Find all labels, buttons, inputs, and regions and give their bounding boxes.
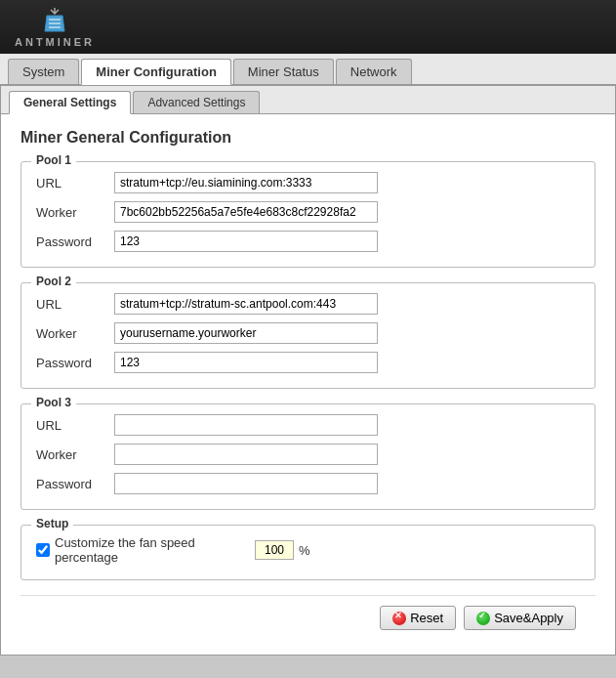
pool-1-url-input[interactable] bbox=[114, 172, 378, 193]
pool-2-worker-label: Worker bbox=[36, 326, 114, 341]
fan-speed-label: Customize the fan speed percentage bbox=[55, 535, 250, 565]
footer-bar: Reset Save&Apply bbox=[21, 595, 595, 640]
reset-icon bbox=[392, 612, 406, 625]
tab-system[interactable]: System bbox=[8, 59, 79, 84]
pool-2-url-row: URL bbox=[36, 293, 580, 315]
tab-general-settings[interactable]: General Settings bbox=[9, 91, 131, 114]
pool-1-url-row: URL bbox=[36, 172, 580, 193]
setup-legend: Setup bbox=[31, 517, 73, 530]
pool-3-url-input[interactable] bbox=[114, 414, 378, 436]
pool-3-password-row: Password bbox=[36, 473, 580, 494]
logo: ANTMINER bbox=[15, 6, 95, 48]
pool-1-password-row: Password bbox=[36, 231, 580, 252]
header: ANTMINER bbox=[0, 0, 616, 54]
setup-section: Setup Customize the fan speed percentage… bbox=[21, 525, 595, 580]
pool-3-password-input[interactable] bbox=[114, 473, 378, 494]
tab-miner-configuration[interactable]: Miner Configuration bbox=[81, 59, 231, 85]
tab-advanced-settings[interactable]: Advanced Settings bbox=[133, 91, 260, 113]
pool-1-url-label: URL bbox=[36, 176, 114, 191]
pool-3-worker-label: Worker bbox=[36, 447, 114, 462]
main-nav: System Miner Configuration Miner Status … bbox=[0, 54, 616, 85]
pool-2-password-label: Password bbox=[36, 356, 114, 370]
pool-2-url-input[interactable] bbox=[114, 293, 378, 315]
tab-miner-status[interactable]: Miner Status bbox=[233, 59, 334, 84]
pool-2-url-label: URL bbox=[36, 297, 114, 312]
pool-1-worker-label: Worker bbox=[36, 205, 114, 220]
pool-3-section: Pool 3 URL Worker Password bbox=[21, 403, 595, 510]
tab-network[interactable]: Network bbox=[336, 59, 412, 84]
fan-speed-input[interactable] bbox=[255, 540, 294, 560]
page-content: Miner General Configuration Pool 1 URL W… bbox=[1, 114, 615, 655]
pool-3-worker-input[interactable] bbox=[114, 444, 378, 465]
pool-2-worker-row: Worker bbox=[36, 322, 580, 344]
pool-1-worker-input[interactable] bbox=[114, 201, 378, 223]
reset-button[interactable]: Reset bbox=[380, 606, 456, 630]
pool-1-section: Pool 1 URL Worker Password bbox=[21, 161, 595, 268]
page-title: Miner General Configuration bbox=[21, 129, 595, 147]
save-apply-icon bbox=[476, 612, 490, 625]
percent-label: % bbox=[299, 543, 310, 558]
pool-1-worker-row: Worker bbox=[36, 201, 580, 223]
pool-2-worker-input[interactable] bbox=[114, 322, 378, 344]
fan-speed-row: Customize the fan speed percentage % bbox=[36, 535, 580, 565]
reset-label: Reset bbox=[410, 611, 443, 625]
pool-2-legend: Pool 2 bbox=[31, 275, 76, 288]
pool-1-legend: Pool 1 bbox=[31, 153, 76, 167]
pool-2-password-row: Password bbox=[36, 352, 580, 373]
pool-1-password-input[interactable] bbox=[114, 231, 378, 252]
fan-speed-checkbox[interactable] bbox=[36, 543, 50, 557]
logo-icon bbox=[39, 6, 70, 36]
pool-3-worker-row: Worker bbox=[36, 444, 580, 465]
pool-3-password-label: Password bbox=[36, 477, 114, 491]
pool-3-url-label: URL bbox=[36, 418, 114, 433]
pool-3-legend: Pool 3 bbox=[31, 396, 76, 409]
sub-nav: General Settings Advanced Settings bbox=[1, 86, 615, 114]
pool-3-url-row: URL bbox=[36, 414, 580, 436]
pool-2-section: Pool 2 URL Worker Password bbox=[21, 282, 595, 389]
pool-1-password-label: Password bbox=[36, 234, 114, 249]
save-apply-label: Save&Apply bbox=[494, 611, 563, 625]
logo-text: ANTMINER bbox=[15, 36, 95, 48]
save-apply-button[interactable]: Save&Apply bbox=[464, 606, 576, 630]
content-area: General Settings Advanced Settings Miner… bbox=[0, 85, 616, 656]
pool-2-password-input[interactable] bbox=[114, 352, 378, 373]
